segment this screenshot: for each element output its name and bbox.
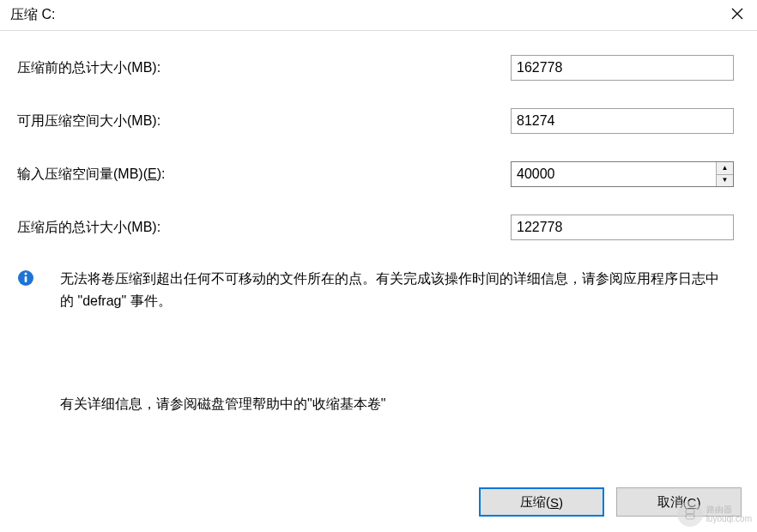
dialog-content: 压缩前的总计大小(MB): 162778 可用压缩空间大小(MB): 81274… <box>0 31 757 414</box>
help-text: 有关详细信息，请参阅磁盘管理帮助中的"收缩基本卷" <box>60 396 740 414</box>
field-total-after: 压缩后的总计大小(MB): 122778 <box>17 215 740 240</box>
label-total-after: 压缩后的总计大小(MB): <box>17 219 511 237</box>
cancel-button[interactable]: 取消(C) <box>616 487 742 517</box>
value-total-before: 162778 <box>511 55 734 81</box>
chevron-down-icon: ▼ <box>722 177 729 184</box>
value-available: 81274 <box>511 108 734 134</box>
spinner-down-button[interactable]: ▼ <box>717 175 733 187</box>
spinner-buttons: ▲ ▼ <box>716 162 733 186</box>
close-button[interactable] <box>718 0 757 31</box>
value-total-after: 122778 <box>511 215 734 240</box>
window-title: 压缩 C: <box>10 6 55 24</box>
titlebar: 压缩 C: <box>0 0 757 31</box>
info-icon <box>17 269 34 287</box>
spinner-up-button[interactable]: ▲ <box>717 162 733 175</box>
info-section: 无法将卷压缩到超出任何不可移动的文件所在的点。有关完成该操作时间的详细信息，请参… <box>17 268 740 313</box>
close-icon <box>731 8 743 22</box>
amount-input[interactable] <box>512 162 716 186</box>
shrink-button[interactable]: 压缩(S) <box>479 487 604 517</box>
svg-rect-3 <box>25 276 27 282</box>
button-bar: 压缩(S) 取消(C) <box>479 487 742 517</box>
label-total-before: 压缩前的总计大小(MB): <box>17 59 511 77</box>
svg-point-4 <box>25 273 27 275</box>
label-amount: 输入压缩空间量(MB)(E): <box>17 166 511 184</box>
field-amount: 输入压缩空间量(MB)(E): ▲ ▼ <box>17 161 740 187</box>
field-total-before: 压缩前的总计大小(MB): 162778 <box>17 55 740 81</box>
field-available: 可用压缩空间大小(MB): 81274 <box>17 108 740 134</box>
amount-spinner: ▲ ▼ <box>511 161 734 187</box>
label-available: 可用压缩空间大小(MB): <box>17 112 511 130</box>
chevron-up-icon: ▲ <box>722 165 729 172</box>
info-text: 无法将卷压缩到超出任何不可移动的文件所在的点。有关完成该操作时间的详细信息，请参… <box>60 268 731 313</box>
